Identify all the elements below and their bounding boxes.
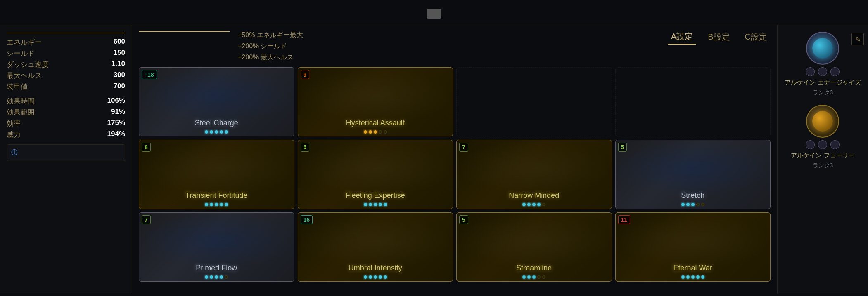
arcane-rank: ランク3 [813, 89, 833, 96]
mod-rank-badge: 11 [618, 215, 631, 224]
mod-card[interactable] [456, 67, 612, 136]
mod-name: Umbral Intensify [298, 262, 453, 274]
mod-card[interactable]: 5Fleeting Expertise [298, 140, 453, 209]
mod-card[interactable]: 9Hysterical Assault [298, 67, 453, 136]
arcane-icon-sm [830, 140, 840, 149]
stat-row: 効率175% [7, 119, 125, 128]
mod-card[interactable]: 5Streamline [456, 212, 612, 282]
arcane-name: アルケイン エナージャイズ [785, 79, 861, 87]
arcane-icon-sm [806, 140, 815, 149]
stat-label: 最大ヘルス [7, 71, 42, 80]
stat-value: 194% [107, 130, 125, 139]
rank-bonus-text: +50% エネルギー最大+200% シールド+200% 最大ヘルス [238, 29, 668, 63]
mod-dots [139, 201, 294, 209]
rank-bonus-title [139, 29, 230, 32]
arcane-icon-sm [830, 67, 840, 76]
stat-row: エネルギー600 [7, 38, 125, 47]
mod-dots [616, 201, 771, 209]
mod-card[interactable]: 5Stretch [615, 140, 771, 209]
stat-label: シールド [7, 49, 35, 58]
mod-rank-badge: 5 [618, 143, 627, 152]
mod-row-1: ↑18Steel Charge9Hysterical Assault [139, 67, 771, 136]
config-icon [427, 9, 441, 19]
mod-card[interactable]: ↑18Steel Charge [139, 67, 294, 136]
arcane-icons [806, 67, 840, 76]
config-tabs: A設定B設定C設定 [668, 29, 771, 45]
mod-rank-badge: 5 [459, 215, 468, 224]
mod-rank-badge: 7 [459, 143, 468, 152]
arcane-icon-sm [818, 140, 827, 149]
mod-grid: ↑18Steel Charge9Hysterical Assault 8Tran… [139, 67, 771, 289]
mod-dots [457, 201, 612, 209]
stat-label: ダッシュ速度 [7, 60, 49, 69]
mod-rank-badge: 5 [301, 143, 310, 152]
mod-card[interactable] [615, 67, 771, 136]
arcane-orb [806, 32, 839, 65]
arcane-card: アルケイン エナージャイズランク3 [785, 32, 861, 96]
right-panel: アルケイン エナージャイズランク3アルケイン フューリーランク3 [777, 25, 868, 293]
rank-bonus-line: +200% シールド [238, 40, 668, 52]
config-tab-C設定[interactable]: C設定 [742, 30, 771, 44]
mod-card[interactable]: 7Narrow Minded [456, 140, 612, 209]
mod-name: Transient Fortitude [139, 190, 294, 201]
rank-bonus-line: +200% 最大ヘルス [238, 52, 668, 63]
mod-dots [298, 201, 453, 209]
stat-label: 威力 [7, 130, 21, 139]
mod-name: Eternal War [616, 262, 771, 274]
stat-label: 効果範囲 [7, 108, 35, 117]
arcane-icons [806, 140, 840, 149]
stat-label: 効果時間 [7, 96, 35, 106]
mod-dots [298, 274, 453, 281]
stat-row: ダッシュ速度1.10 [7, 60, 125, 69]
mod-dots [298, 129, 453, 136]
mod-name: Streamline [457, 262, 612, 274]
title-bar [0, 0, 868, 25]
mod-name: Hysterical Assault [298, 117, 453, 129]
mod-dots [139, 274, 294, 281]
mod-name: Steel Charge [139, 117, 294, 129]
mod-name: Narrow Minded [457, 190, 612, 201]
mod-card[interactable]: 8Transient Fortitude [139, 140, 294, 209]
stat-row: 最大ヘルス300 [7, 71, 125, 80]
stat-value: 91% [111, 108, 125, 117]
stat-row: 効果時間106% [7, 96, 125, 106]
mod-rank-badge: 16 [301, 215, 313, 224]
stat-value: 1.10 [111, 60, 125, 69]
stat-value: 700 [114, 82, 125, 92]
stat-row: シールド150 [7, 49, 125, 58]
mod-row-3: 7Primed Flow16Umbral Intensify5Streamlin… [139, 212, 771, 282]
stats-section: エネルギー600シールド150ダッシュ速度1.10最大ヘルス300装甲値700効… [7, 38, 125, 139]
arcane-icon-sm [806, 67, 815, 76]
info-box: ⓘ [7, 144, 125, 161]
stat-row: 効果範囲91% [7, 108, 125, 117]
capacity-row [7, 30, 125, 33]
center-panel: +50% エネルギー最大+200% シールド+200% 最大ヘルス A設定B設定… [132, 25, 777, 293]
stat-label: 装甲値 [7, 82, 28, 92]
stat-label: 効率 [7, 119, 21, 128]
mod-card[interactable]: 7Primed Flow [139, 212, 294, 282]
stat-value: 150 [114, 49, 125, 58]
left-panel: エネルギー600シールド150ダッシュ速度1.10最大ヘルス300装甲値700効… [0, 25, 132, 293]
arcane-rank: ランク3 [813, 162, 833, 169]
rank-bonus-line: +50% エネルギー最大 [238, 29, 668, 40]
mod-dots [139, 129, 294, 136]
stat-value: 106% [107, 96, 125, 106]
mod-dots [616, 274, 771, 281]
mod-card[interactable]: 16Umbral Intensify [298, 212, 453, 282]
config-tab-A設定[interactable]: A設定 [668, 29, 696, 45]
mod-name: Stretch [616, 190, 771, 201]
stat-label: エネルギー [7, 38, 42, 47]
arcane-card: アルケイン フューリーランク3 [791, 105, 854, 169]
mod-rank-badge: 7 [142, 215, 151, 224]
mod-card[interactable]: 11Eternal War [615, 212, 771, 282]
edit-button[interactable]: ✎ [851, 33, 864, 45]
arcane-orb [806, 105, 839, 138]
stat-value: 175% [107, 119, 125, 128]
stat-row: 装甲値700 [7, 82, 125, 92]
mod-rank-badge: 8 [142, 143, 151, 152]
mod-name: Primed Flow [139, 262, 294, 274]
info-icon: ⓘ [11, 149, 17, 156]
mod-name: Fleeting Expertise [298, 190, 453, 201]
mod-rank-badge: 9 [301, 70, 310, 79]
config-tab-B設定[interactable]: B設定 [704, 30, 733, 44]
